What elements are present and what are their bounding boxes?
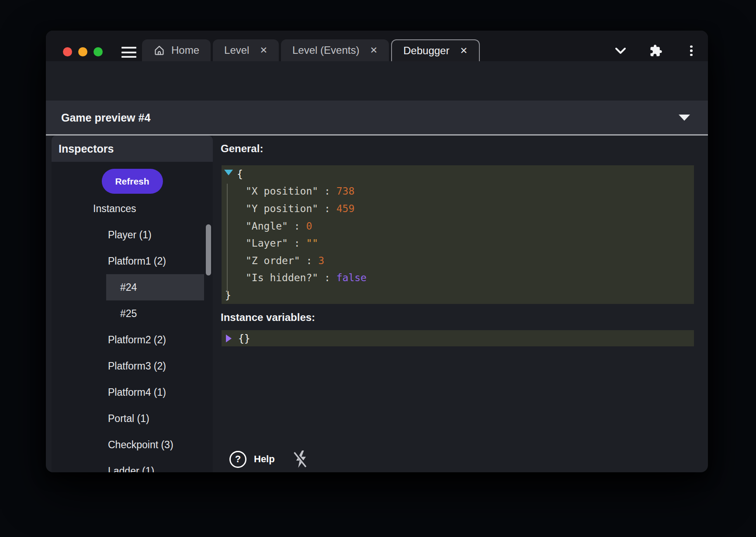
list-item-label: Portal (1) (108, 413, 149, 425)
list-item-label: Player (1) (108, 229, 152, 241)
tab-bar: HomeLevel✕Level (Events)✕Debugger✕ (46, 31, 708, 61)
json-root-line: { (222, 165, 694, 183)
tab-label: Debugger (403, 45, 449, 57)
list-item-platform1-2[interactable]: Platform1 (2) (52, 248, 213, 274)
json-open-brace: { (237, 168, 243, 180)
flash-off-icon[interactable] (292, 450, 311, 469)
tab-level-events[interactable]: Level (Events)✕ (281, 39, 389, 61)
tab-label: Level (Events) (292, 44, 359, 56)
json-key: "Z order" (246, 255, 300, 266)
home-icon (153, 45, 165, 56)
minimize-window-button[interactable] (78, 47, 87, 56)
inspectors-sidebar: Inspectors Refresh InstancesPlayer (1)Pl… (52, 136, 213, 472)
list-item-platform4-1[interactable]: Platform4 (1) (52, 379, 213, 405)
json-entry-y-position: "Y position" : 459 (222, 200, 694, 217)
collapse-triangle-icon[interactable] (224, 170, 233, 175)
close-icon[interactable]: ✕ (260, 45, 267, 56)
json-key: "X position" (246, 185, 318, 197)
tab-label: Level (224, 44, 249, 56)
close-icon[interactable]: ✕ (460, 45, 468, 56)
tab-label: Home (171, 44, 199, 56)
list-item-25[interactable]: #25 (52, 300, 213, 327)
help-row: ? Help (229, 450, 311, 469)
instance-variables-label: Instance variables: (221, 311, 315, 324)
json-key: "Angle" (246, 220, 288, 232)
json-colon: : (318, 203, 336, 214)
help-link[interactable]: Help (254, 453, 275, 465)
list-item-instances[interactable]: Instances (52, 195, 213, 222)
debugger-toolbar: Pause (46, 61, 708, 101)
list-item-label: Platform2 (2) (108, 334, 166, 346)
zoom-window-button[interactable] (94, 47, 103, 56)
list-item-platform3-2[interactable]: Platform3 (2) (52, 353, 213, 379)
instance-variables-json-view: {} (222, 330, 694, 346)
tab-level[interactable]: Level✕ (213, 39, 279, 61)
more-options-icon[interactable] (685, 44, 698, 57)
collapse-caret-icon[interactable] (679, 115, 690, 121)
list-item-label: Platform3 (2) (108, 360, 166, 372)
debugger-content: Inspectors Refresh InstancesPlayer (1)Pl… (46, 136, 708, 472)
list-item-player-1[interactable]: Player (1) (52, 222, 213, 248)
list-item-ladder-1[interactable]: Ladder (1) (52, 458, 213, 472)
json-entry-z-order: "Z order" : 3 (222, 252, 694, 269)
json-entry-angle: "Angle" : 0 (222, 217, 694, 235)
json-key: "Is hidden?" (246, 272, 318, 283)
list-item-label: Checkpoint (3) (108, 439, 173, 451)
general-json-entries: "X position" : 738"Y position" : 459"Ang… (222, 183, 694, 287)
inspectors-header: Inspectors (52, 136, 213, 162)
inspector-detail-panel: General: { "X position" : 738"Y position… (218, 136, 702, 472)
list-item-label: #25 (120, 308, 137, 320)
list-item-checkpoint-3[interactable]: Checkpoint (3) (52, 432, 213, 458)
game-preview-title: Game preview #4 (61, 111, 150, 124)
close-icon[interactable]: ✕ (370, 45, 378, 56)
json-value: false (336, 272, 367, 283)
json-value: 0 (306, 220, 312, 232)
list-item-24[interactable]: #24 (52, 274, 213, 300)
sidebar-scrollbar-thumb[interactable] (206, 224, 211, 275)
window-controls (63, 47, 103, 56)
list-item-label: Platform1 (2) (108, 255, 166, 267)
list-item-label: Instances (93, 203, 136, 215)
close-window-button[interactable] (63, 47, 72, 56)
general-section-label: General: (221, 143, 263, 155)
json-colon: : (318, 185, 336, 197)
tab-debugger[interactable]: Debugger✕ (391, 39, 480, 61)
list-item-label: Platform4 (1) (108, 387, 166, 398)
json-indent-guide (227, 184, 228, 294)
app-window: HomeLevel✕Level (Events)✕Debugger✕ Pause… (46, 31, 708, 472)
json-close-brace: } (225, 289, 231, 301)
menu-icon[interactable] (121, 47, 136, 58)
instance-variables-value: {} (238, 333, 250, 344)
json-entry-layer: "Layer" : "" (222, 234, 694, 252)
json-key: "Y position" (246, 203, 318, 214)
json-colon: : (288, 237, 306, 249)
game-preview-header[interactable]: Game preview #4 (46, 101, 708, 134)
chevron-down-icon[interactable] (614, 44, 627, 57)
list-item-label: #24 (120, 282, 137, 293)
json-entry-is-hidden: "Is hidden?" : false (222, 269, 694, 287)
json-colon: : (300, 255, 319, 266)
json-key: "Layer" (246, 237, 288, 249)
json-value: "" (306, 237, 318, 249)
instances-list: InstancesPlayer (1)Platform1 (2)#24#25Pl… (52, 195, 213, 472)
help-icon[interactable]: ? (229, 451, 246, 468)
expand-triangle-icon[interactable] (226, 335, 232, 342)
json-entry-x-position: "X position" : 738 (222, 183, 694, 200)
list-item-label: Ladder (1) (108, 465, 154, 473)
json-value: 3 (318, 255, 324, 266)
extensions-puzzle-icon[interactable] (649, 44, 662, 57)
general-json-view: { "X position" : 738"Y position" : 459"A… (222, 165, 694, 304)
list-item-platform2-2[interactable]: Platform2 (2) (52, 327, 213, 353)
json-colon: : (318, 272, 336, 283)
json-colon: : (288, 220, 306, 232)
json-value: 459 (336, 203, 355, 214)
json-close-line: } (222, 286, 694, 304)
list-item-portal-1[interactable]: Portal (1) (52, 405, 213, 432)
refresh-button[interactable]: Refresh (101, 169, 163, 194)
tab-strip: HomeLevel✕Level (Events)✕Debugger✕ (142, 39, 480, 61)
tab-home[interactable]: Home (142, 39, 211, 61)
json-value: 738 (336, 185, 355, 197)
